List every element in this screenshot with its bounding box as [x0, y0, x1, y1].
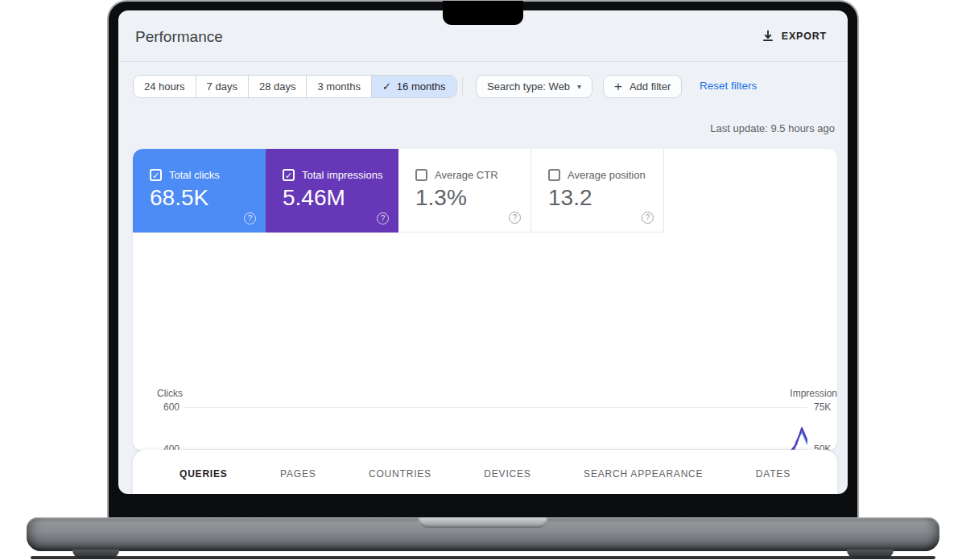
tab-queries[interactable]: QUERIES: [180, 450, 228, 494]
screen-content: Performance EXPORT 24 hours 7 days 28 da…: [118, 10, 848, 494]
metric-card-total-impressions[interactable]: ✓ Total impressions 5.46M ?: [266, 149, 398, 233]
tab-dates[interactable]: DATES: [756, 450, 791, 494]
export-label: EXPORT: [782, 31, 827, 42]
laptop-thumb-groove: [419, 517, 547, 528]
performance-card: ✓ Total clicks 68.5K ? ✓ Total impressio…: [133, 149, 837, 451]
left-axis-title: Clicks: [157, 388, 183, 399]
checkbox-unchecked-icon[interactable]: [415, 169, 427, 181]
filter-divider: [462, 77, 463, 96]
metric-card-average-ctr[interactable]: Average CTR 1.3% ?: [398, 149, 531, 233]
right-axis-title: Impressions: [741, 388, 837, 399]
performance-line-chart[interactable]: [184, 402, 807, 451]
help-icon[interactable]: ?: [642, 212, 654, 224]
chevron-down-icon: ▾: [577, 82, 581, 91]
tab-countries[interactable]: COUNTRIES: [369, 450, 431, 494]
laptop-shadow: [31, 556, 935, 559]
page-title: Performance: [135, 28, 223, 46]
check-icon: ✓: [382, 80, 391, 93]
report-tabs: QUERIES PAGES COUNTRIES DEVICES SEARCH A…: [133, 450, 837, 494]
checkbox-unchecked-icon[interactable]: [548, 169, 560, 181]
checkbox-checked-icon[interactable]: ✓: [150, 169, 162, 181]
y-axis-tick: 600: [133, 401, 180, 413]
chip-28-days[interactable]: 28 days: [248, 76, 307, 97]
help-icon[interactable]: ?: [509, 212, 521, 224]
metric-value: 68.5K: [150, 185, 208, 211]
download-icon: [762, 30, 774, 43]
tab-devices[interactable]: DEVICES: [484, 450, 530, 494]
add-filter-button[interactable]: + Add filter: [603, 75, 682, 98]
last-update-text: Last update: 9.5 hours ago: [710, 122, 835, 134]
laptop-notch: [443, 1, 523, 25]
tab-search-appearance[interactable]: SEARCH APPEARANCE: [584, 450, 703, 494]
search-type-dropdown[interactable]: Search type: Web ▾: [476, 75, 592, 98]
reset-filters-link[interactable]: Reset filters: [700, 80, 757, 92]
laptop-screen: Performance EXPORT 24 hours 7 days 28 da…: [107, 0, 859, 519]
laptop-base: [27, 517, 939, 551]
metric-value: 5.46M: [283, 185, 345, 211]
metric-value: 1.3%: [415, 185, 467, 211]
metric-value: 13.2: [548, 185, 592, 211]
export-button[interactable]: EXPORT: [762, 30, 827, 43]
chip-24-hours[interactable]: 24 hours: [134, 76, 196, 97]
help-icon[interactable]: ?: [244, 212, 256, 224]
plus-icon: +: [614, 80, 622, 93]
chip-16-months-selected[interactable]: ✓ 16 months: [371, 76, 456, 97]
tab-pages[interactable]: PAGES: [280, 450, 316, 494]
checkbox-checked-icon[interactable]: ✓: [283, 169, 295, 181]
metric-card-total-clicks[interactable]: ✓ Total clicks 68.5K ?: [133, 149, 266, 233]
date-range-filter-group: 24 hours 7 days 28 days 3 months ✓ 16 mo…: [133, 75, 457, 98]
metric-card-average-position[interactable]: Average position 13.2 ?: [531, 149, 664, 233]
chip-3-months[interactable]: 3 months: [306, 76, 370, 97]
y-axis-tick-right: 75K: [814, 401, 831, 413]
chip-7-days[interactable]: 7 days: [196, 76, 248, 97]
help-icon[interactable]: ?: [377, 212, 389, 224]
